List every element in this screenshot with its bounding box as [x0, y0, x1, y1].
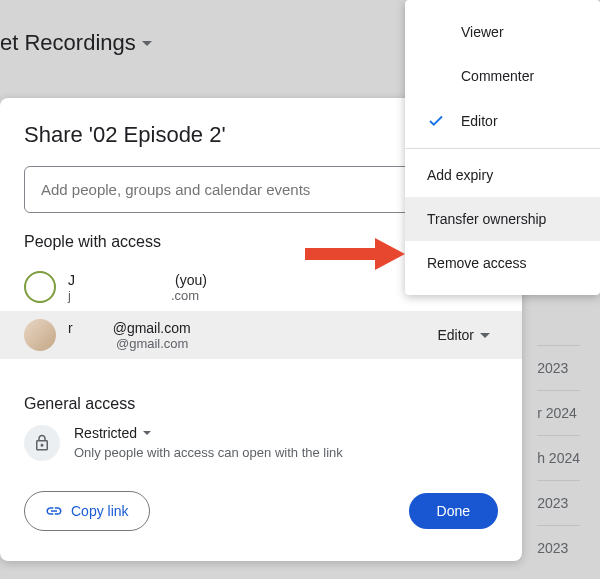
- avatar-icon: [24, 319, 56, 351]
- avatar-icon: [24, 271, 56, 303]
- person-email-line2: @gmail.com: [116, 336, 188, 351]
- chevron-down-icon: [143, 431, 151, 435]
- menu-item-editor[interactable]: Editor: [405, 98, 600, 144]
- menu-label: Commenter: [461, 68, 534, 84]
- person-name: J: [68, 272, 75, 288]
- check-icon: [427, 112, 445, 130]
- svg-marker-1: [375, 238, 405, 270]
- person-name: r: [68, 320, 73, 336]
- background-dates-column: 2023 r 2024 h 2024 2023 2023: [537, 345, 580, 570]
- menu-item-commenter[interactable]: Commenter: [405, 54, 600, 98]
- chevron-down-icon: [480, 333, 490, 338]
- menu-item-transfer-ownership[interactable]: Transfer ownership: [405, 197, 600, 241]
- date-cell: 2023: [537, 525, 580, 570]
- dialog-footer: Copy link Done: [24, 491, 498, 531]
- menu-divider: [405, 148, 600, 149]
- restricted-dropdown[interactable]: Restricted: [74, 425, 343, 441]
- general-access-label: General access: [24, 395, 498, 413]
- done-button[interactable]: Done: [409, 493, 498, 529]
- menu-label: Transfer ownership: [427, 211, 546, 227]
- copy-link-label: Copy link: [71, 503, 129, 519]
- person-you-label: (you): [175, 272, 207, 288]
- menu-label: Editor: [461, 113, 498, 129]
- restricted-description: Only people with access can open with th…: [74, 445, 343, 460]
- menu-label: Viewer: [461, 24, 504, 40]
- role-dropdown[interactable]: Editor: [429, 321, 498, 349]
- person-email-domain: .com: [171, 288, 199, 303]
- annotation-arrow-icon: [305, 234, 405, 278]
- general-access-text: Restricted Only people with access can o…: [74, 425, 343, 460]
- person-email-domain: @gmail.com: [113, 320, 191, 336]
- person-row-editor: r @gmail.com @gmail.com Editor: [0, 311, 522, 359]
- folder-title-text: et Recordings: [0, 30, 136, 56]
- date-cell: r 2024: [537, 390, 580, 435]
- copy-link-button[interactable]: Copy link: [24, 491, 150, 531]
- lock-icon: [24, 425, 60, 461]
- role-label: Editor: [437, 327, 474, 343]
- date-cell: 2023: [537, 480, 580, 525]
- date-cell: 2023: [537, 345, 580, 390]
- restricted-label: Restricted: [74, 425, 137, 441]
- menu-label: Remove access: [427, 255, 527, 271]
- person-info: r @gmail.com @gmail.com: [68, 320, 417, 351]
- menu-label: Add expiry: [427, 167, 493, 183]
- role-dropdown-menu: Viewer Commenter Editor Add expiry Trans…: [405, 0, 600, 295]
- menu-item-add-expiry[interactable]: Add expiry: [405, 153, 600, 197]
- date-cell: h 2024: [537, 435, 580, 480]
- general-access-section: General access Restricted Only people wi…: [24, 395, 498, 461]
- link-icon: [45, 502, 63, 520]
- person-email-prefix: j: [68, 288, 71, 303]
- menu-item-viewer[interactable]: Viewer: [405, 10, 600, 54]
- menu-item-remove-access[interactable]: Remove access: [405, 241, 600, 285]
- chevron-down-icon: [142, 41, 152, 46]
